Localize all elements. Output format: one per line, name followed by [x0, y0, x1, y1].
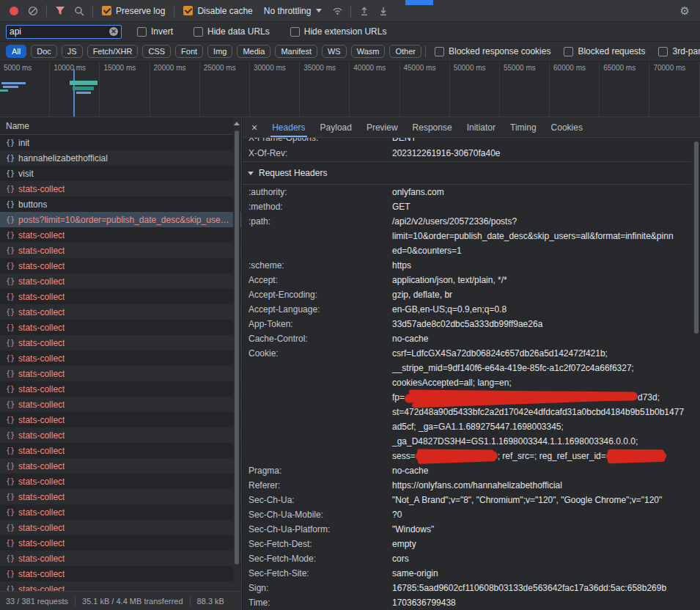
request-row[interactable]: {}stats-collect — [0, 243, 241, 258]
request-row[interactable]: {}stats-collect — [0, 520, 241, 535]
json-icon: {} — [6, 416, 15, 424]
request-row[interactable]: {}stats-collect — [0, 443, 241, 458]
type-chip-other[interactable]: Other — [389, 45, 421, 58]
request-row[interactable]: {}hannahelizabethofficial — [0, 150, 241, 166]
tab-payload[interactable]: Payload — [313, 117, 359, 137]
request-row[interactable]: {}stats-collect — [0, 227, 241, 243]
clear-filter-button[interactable]: ✕ — [109, 27, 118, 36]
type-chip-ws[interactable]: WS — [322, 45, 347, 58]
request-row[interactable]: {}stats-collect — [0, 381, 241, 397]
clear-button[interactable] — [23, 2, 43, 20]
request-row[interactable]: {}stats-collect — [0, 427, 241, 443]
search-icon — [74, 6, 84, 16]
json-icon: {} — [6, 139, 15, 147]
name-column-label: Name — [6, 121, 29, 131]
request-row[interactable]: {}buttons — [0, 196, 241, 212]
request-name: stats-collect — [18, 538, 65, 548]
scrollbar-thumb[interactable] — [694, 142, 699, 334]
request-row[interactable]: {}stats-collect — [0, 458, 241, 474]
timeline-column: 20000 ms — [150, 62, 200, 117]
request-row[interactable]: {}stats-collect — [0, 551, 241, 566]
request-row[interactable]: {}stats-collect — [0, 320, 241, 335]
name-column-header[interactable]: Name — [0, 117, 241, 135]
tab-timing[interactable]: Timing — [503, 117, 544, 137]
header-name: Sec-Fetch-Site: — [248, 566, 392, 581]
request-row[interactable]: {}stats-collect — [0, 566, 241, 581]
filter-checkbox-3rd-party-requests[interactable]: 3rd-party requests — [653, 46, 700, 56]
request-row[interactable]: {}visit — [0, 166, 241, 181]
request-row[interactable]: {}stats-collect — [0, 258, 241, 273]
json-icon: {} — [6, 216, 15, 224]
filter-input[interactable] — [10, 26, 106, 37]
header-value: DENY — [392, 138, 691, 145]
type-chip-fetch-xhr[interactable]: Fetch/XHR — [87, 45, 139, 58]
request-row[interactable]: {}stats-collect — [0, 366, 241, 381]
request-row-selected[interactable]: {}posts?limit=10&order=publish_date_desc… — [0, 212, 241, 227]
chips-divider — [425, 45, 426, 57]
request-row[interactable]: {}init — [0, 135, 241, 150]
filter-checkbox-blocked-requests[interactable]: Blocked requests — [559, 46, 650, 56]
tab-initiator[interactable]: Initiator — [460, 117, 503, 137]
search-button[interactable] — [70, 2, 89, 20]
invert-checkbox[interactable]: Invert — [132, 26, 178, 37]
header-name: Cookie: — [248, 346, 392, 463]
request-list-scrollbar[interactable] — [233, 117, 240, 591]
filter-toggle-button[interactable] — [51, 2, 70, 20]
record-button[interactable] — [4, 2, 23, 20]
request-row[interactable]: {}stats-collect — [0, 350, 241, 366]
request-row[interactable]: {}stats-collect — [0, 273, 241, 289]
request-row[interactable]: {}stats-collect — [0, 489, 241, 504]
request-row[interactable]: {}stats-collect — [0, 289, 241, 304]
request-row[interactable]: {}stats-collect — [0, 181, 241, 196]
request-row[interactable]: {}stats-collect — [0, 474, 241, 489]
network-toolbar: Preserve log Disable cache No throttling… — [0, 0, 700, 22]
request-name: stats-collect — [18, 400, 65, 410]
type-chip-all[interactable]: All — [6, 45, 26, 58]
checkbox-unchecked-icon — [194, 27, 203, 37]
import-har-button[interactable] — [355, 2, 374, 20]
tab-cookies[interactable]: Cookies — [544, 117, 590, 137]
request-row[interactable]: {}stats-collect — [0, 504, 241, 520]
close-details-button[interactable]: × — [244, 122, 265, 133]
request-row[interactable]: {}stats-collect — [0, 335, 241, 350]
hide-extension-urls-checkbox[interactable]: Hide extension URLs — [285, 26, 392, 37]
type-chip-font[interactable]: Font — [175, 45, 203, 58]
type-chip-manifest[interactable]: Manifest — [275, 45, 317, 58]
throttling-dropdown[interactable]: No throttling — [258, 6, 328, 16]
request-name: buttons — [18, 199, 47, 210]
transferred-size: 35.1 kB / 4.4 MB transferred — [82, 597, 183, 606]
header-value: /api2/v2/users/20572336/posts?limit=10&o… — [392, 214, 691, 258]
details-scrollbar[interactable] — [693, 138, 700, 610]
header-name: Referer: — [248, 478, 392, 493]
request-row[interactable]: {}stats-collect — [0, 412, 241, 427]
response-headers-tail: X-Of-Rev:202312261916-30670fa40e — [243, 145, 691, 161]
request-row[interactable]: {}stats-collect — [0, 397, 241, 412]
type-chip-css[interactable]: CSS — [142, 45, 171, 58]
type-chip-wasm[interactable]: Wasm — [351, 45, 386, 58]
request-headers-section[interactable]: Request Headers — [243, 162, 691, 185]
request-row[interactable]: {}stats-collect — [0, 535, 241, 551]
type-chip-media[interactable]: Media — [237, 45, 270, 58]
filter-checkbox-blocked-response-cookies[interactable]: Blocked response cookies — [430, 46, 556, 56]
type-chip-doc[interactable]: Doc — [31, 45, 57, 58]
request-row[interactable]: {}stats-collect — [0, 304, 241, 320]
request-row[interactable]: {}stats-collect — [0, 581, 241, 591]
header-row: Sign:16785:5aad9602cf110608b03133de56364… — [243, 581, 691, 595]
tab-preview[interactable]: Preview — [359, 117, 405, 137]
type-chip-img[interactable]: Img — [207, 45, 232, 58]
header-row: Accept-Language:en-GB,en-US;q=0.9,en;q=0… — [243, 302, 691, 317]
tab-response[interactable]: Response — [405, 117, 460, 137]
scrollbar-thumb[interactable] — [235, 131, 239, 565]
hide-data-urls-checkbox[interactable]: Hide data URLs — [188, 26, 275, 37]
type-chip-js[interactable]: JS — [62, 45, 83, 58]
network-conditions-button[interactable] — [328, 2, 347, 20]
request-name: stats-collect — [18, 477, 65, 487]
network-overview-timeline[interactable]: 5000 ms10000 ms15000 ms20000 ms25000 ms3… — [0, 62, 700, 117]
tab-headers[interactable]: Headers — [265, 117, 312, 137]
export-har-button[interactable] — [374, 2, 393, 20]
preserve-log-checkbox[interactable]: Preserve log — [97, 6, 170, 16]
json-icon: {} — [6, 447, 15, 455]
settings-button[interactable]: ⚙ — [674, 4, 696, 18]
scroll-up-icon — [234, 122, 240, 125]
disable-cache-checkbox[interactable]: Disable cache — [178, 6, 257, 16]
